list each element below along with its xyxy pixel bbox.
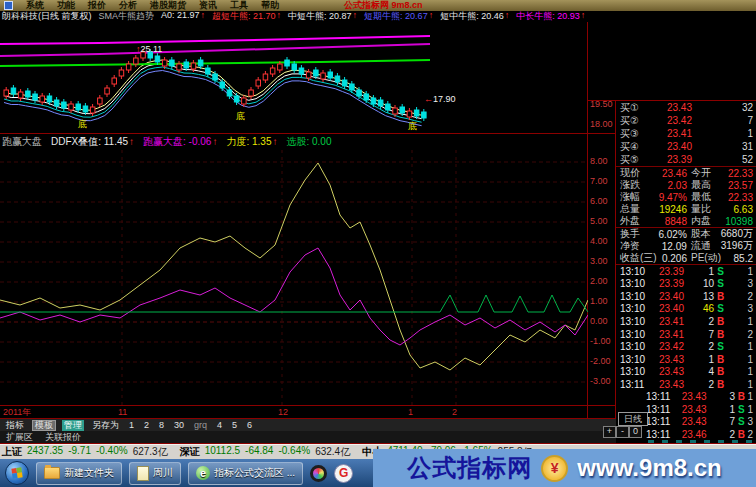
bottom-tab[interactable]: 8	[157, 420, 166, 431]
y-axis-label: -2.00	[590, 357, 615, 366]
tick-row: 13:1023.412B1	[616, 315, 756, 328]
panel-separator	[0, 133, 616, 134]
tick-row: 13:1023.417B2	[616, 328, 756, 341]
extension-tab[interactable]: 关联报价	[45, 431, 81, 444]
buy-queue-row: 买①23.4332	[616, 101, 756, 114]
y-axis-label: 0.00	[590, 317, 615, 326]
tick-row: 13:1023.422S1	[616, 340, 756, 353]
buy-queue-row: 买④23.4031	[616, 140, 756, 153]
film-icon[interactable]	[310, 465, 327, 482]
coin-icon: ¥	[541, 455, 568, 482]
pointer-arrow-icon: ←	[424, 94, 433, 104]
x-axis-label: 2011年	[3, 407, 31, 417]
windows-flag-icon	[11, 467, 22, 478]
zoom-button[interactable]: 0	[629, 426, 642, 438]
indicator-value-item: 选股: 0.00	[286, 136, 331, 148]
y-axis-label: 5.00	[590, 217, 615, 226]
zoom-button[interactable]: -	[616, 426, 629, 438]
bottom-tab[interactable]: 另存为	[90, 420, 121, 431]
x-axis-label: 12	[278, 407, 288, 417]
up-arrow-icon: ↑	[272, 136, 277, 148]
bottom-signal-label: 底	[78, 120, 87, 129]
x-axis-label: 1	[408, 407, 413, 417]
indicator-bottom-border	[0, 405, 616, 406]
y-axis-label: 1.00	[590, 297, 615, 306]
y-axis-label: 6.00	[590, 197, 615, 206]
g-logo-icon[interactable]: G	[334, 464, 353, 483]
zoom-button[interactable]: +	[603, 426, 616, 438]
bottom-tab[interactable]: 5	[230, 420, 239, 431]
extension-tab[interactable]: 扩展区	[6, 431, 33, 444]
indicator-value-item: 力度: 1.35↑	[226, 136, 277, 148]
index-quote[interactable]: 深证10112.5-64.84-0.64%632.4亿	[180, 445, 357, 459]
y-axis-label: 7.00	[590, 177, 615, 186]
app-icon	[4, 1, 13, 10]
up-arrow-icon: ↑	[212, 136, 217, 148]
notepad-icon	[137, 466, 149, 481]
tick-row: 13:1023.4013B2	[616, 290, 756, 303]
x-axis-label: 2	[452, 407, 457, 417]
bottom-signal-label: 底	[236, 112, 245, 121]
bottom-tab[interactable]: 2	[142, 420, 151, 431]
start-button[interactable]	[5, 461, 29, 485]
taskbar-button[interactable]: e指标公式交流区 ...	[188, 462, 303, 485]
indicator-tabs-row: 指标模板管理另存为12830grq456	[0, 419, 616, 431]
buy-queue-row: 买②23.427	[616, 114, 756, 127]
y-axis-label: -3.00	[590, 377, 615, 386]
bottom-tab[interactable]: 4	[215, 420, 224, 431]
buy-queue-row: 买⑤23.3952	[616, 153, 756, 166]
indicator-value-item: 跑赢大盘: -0.06↑	[143, 136, 217, 148]
price-extreme-label: ←17.90	[424, 95, 456, 104]
candlestick-chart: 底底底↑25.11←17.90	[0, 22, 588, 133]
bottom-tab[interactable]: grq	[192, 420, 209, 431]
bottom-signal-label: 底	[408, 122, 417, 131]
indicator-header: 跑赢大盘 DDFX叠值: 11.45↑跑赢大盘: -0.06↑力度: 1.35↑…	[2, 136, 602, 148]
tick-row: 13:1023.434B1	[616, 365, 756, 378]
stock-header: 朗科科技(日线 前复权) SMA牛熊趋势 A0: 21.97↑超短牛熊: 21.…	[0, 11, 756, 22]
tick-row: 13:1023.4046S3	[616, 303, 756, 316]
tick-row: 13:1023.431B1	[616, 353, 756, 366]
tick-row: 13:1123.433B1	[616, 390, 756, 403]
indicator-panel	[0, 150, 588, 405]
price-extreme-label: ↑25.11	[136, 45, 162, 54]
ie-icon: e	[196, 466, 210, 480]
buy-queue-row: 买③23.411	[616, 127, 756, 140]
y-axis-label: 3.00	[590, 257, 615, 266]
minimized-tab-dashes	[648, 440, 752, 443]
y-axis-label: 2.00	[590, 277, 615, 286]
up-arrow-icon: ↑	[129, 136, 134, 148]
bottom-tab[interactable]: 30	[172, 420, 186, 431]
tick-row: 13:1023.3910S3	[616, 278, 756, 291]
indicator-title: 跑赢大盘	[2, 136, 42, 148]
folder-icon	[44, 467, 60, 479]
bottom-tab[interactable]: 指标	[4, 420, 26, 431]
y-axis-label: 8.00	[590, 157, 615, 166]
watermark-url: www.9m8.cn	[577, 454, 722, 482]
bottom-tab[interactable]: 1	[127, 420, 136, 431]
quote-info-row: 外盘8848内盘10398	[616, 215, 756, 227]
quote-info: 现价23.46今开22.33涨跌2.03最高23.57涨幅9.47%最低22.3…	[616, 167, 756, 228]
bottom-tab[interactable]: 6	[245, 420, 254, 431]
taskbar-button[interactable]: 新建文件夹	[36, 462, 122, 485]
tick-row: 13:1023.391S1	[616, 265, 756, 278]
bottom-tab[interactable]: 模板	[32, 420, 56, 431]
quote-financials: 换手6.02%股本6680万净资12.09流通3196万收益(三)0.206PE…	[616, 228, 756, 265]
y-axis-label: -1.00	[590, 337, 615, 346]
watermark-banner: 公式指标网 ¥ www.9m8.cn	[373, 449, 756, 487]
y-axis-label: 4.00	[590, 237, 615, 246]
bottom-tab[interactable]: 管理	[62, 420, 84, 431]
indicator-value-item: DDFX叠值: 11.45↑	[51, 136, 134, 148]
watermark-site-name: 公式指标网	[407, 452, 532, 484]
x-axis-label: 11	[118, 407, 127, 417]
buy-queue: 买①23.4332买②23.427买③23.411买④23.4031买⑤23.3…	[616, 101, 756, 167]
taskbar-button[interactable]: 周川	[129, 462, 181, 485]
indicator-values: DDFX叠值: 11.45↑跑赢大盘: -0.06↑力度: 1.35↑选股: 0…	[51, 136, 331, 148]
index-quote[interactable]: 上证2437.35-9.71-0.40%627.3亿	[2, 445, 175, 459]
tick-row: 13:1123.432B1	[616, 378, 756, 391]
candle-chart-svg	[0, 22, 588, 133]
indicator-chart-svg	[0, 150, 588, 405]
y-axis-label: 18.00	[590, 120, 615, 129]
period-label[interactable]: 日线	[618, 412, 648, 426]
task-buttons: 新建文件夹周川e指标公式交流区 ...G	[36, 462, 353, 485]
y-axis-label: 19.50	[590, 100, 615, 109]
